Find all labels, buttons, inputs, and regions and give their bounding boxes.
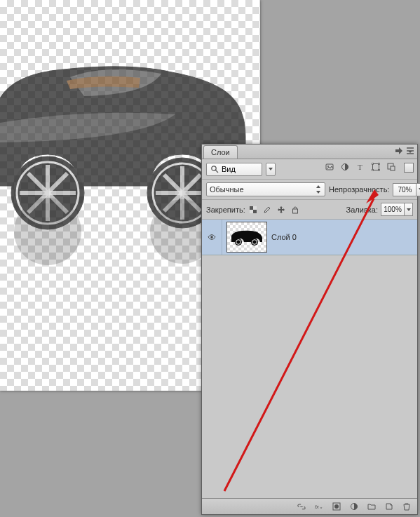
blend-mode-value: Обычные bbox=[210, 185, 244, 194]
fill-value[interactable]: 100% bbox=[381, 203, 404, 216]
svg-text:fx: fx bbox=[315, 504, 319, 510]
svg-point-32 bbox=[210, 236, 212, 238]
filter-row: T bbox=[202, 159, 417, 180]
lock-label: Закрепить: bbox=[206, 206, 245, 214]
blend-opacity-row: Обычные Непрозрачность: 70% bbox=[202, 180, 417, 200]
filter-type-select[interactable] bbox=[206, 163, 262, 176]
lock-paint-icon[interactable] bbox=[262, 205, 273, 214]
adjustment-layer-icon[interactable] bbox=[348, 502, 359, 512]
layer-row[interactable]: Слой 0 bbox=[202, 220, 417, 255]
visibility-toggle[interactable] bbox=[202, 220, 222, 255]
fill-field[interactable]: 100% bbox=[381, 203, 413, 216]
svg-rect-28 bbox=[253, 210, 257, 213]
lock-all-icon[interactable] bbox=[290, 205, 301, 214]
svg-rect-21 bbox=[372, 163, 373, 164]
svg-rect-24 bbox=[378, 169, 379, 170]
new-layer-icon[interactable] bbox=[384, 502, 394, 512]
layer-name[interactable]: Слой 0 bbox=[271, 233, 297, 241]
blend-mode-select[interactable]: Обычные bbox=[206, 182, 325, 196]
shape-icon[interactable] bbox=[370, 161, 381, 172]
eye-icon bbox=[207, 232, 217, 242]
collapse-icon[interactable] bbox=[394, 146, 404, 156]
svg-point-14 bbox=[212, 166, 216, 170]
filter-type-value[interactable] bbox=[219, 164, 250, 175]
lock-transparency-icon[interactable] bbox=[248, 205, 259, 214]
opacity-field[interactable]: 70% bbox=[393, 183, 420, 196]
filter-toggle-button[interactable] bbox=[404, 163, 414, 173]
svg-rect-22 bbox=[378, 163, 379, 164]
svg-rect-27 bbox=[250, 206, 253, 210]
search-icon bbox=[210, 164, 219, 174]
svg-point-12 bbox=[14, 198, 81, 265]
type-icon[interactable]: T bbox=[355, 161, 365, 172]
lock-move-icon[interactable] bbox=[276, 205, 287, 214]
link-icon[interactable] bbox=[296, 502, 306, 512]
group-icon[interactable] bbox=[366, 502, 377, 512]
mask-icon[interactable] bbox=[331, 502, 341, 512]
adjustment-icon[interactable] bbox=[339, 161, 350, 172]
updown-arrows-icon bbox=[315, 184, 322, 194]
fill-label: Заливка: bbox=[346, 206, 378, 214]
opacity-label: Непрозрачность: bbox=[329, 185, 389, 194]
svg-text:T: T bbox=[358, 163, 363, 171]
svg-rect-31 bbox=[293, 209, 298, 213]
svg-line-15 bbox=[216, 170, 218, 173]
opacity-value[interactable]: 70% bbox=[393, 183, 416, 196]
smartobject-icon[interactable] bbox=[386, 161, 396, 172]
panel-menu-icon[interactable] bbox=[405, 146, 415, 156]
tab-layers[interactable]: Слои bbox=[203, 145, 238, 159]
pixel-filter-icon[interactable] bbox=[324, 161, 334, 172]
fx-icon[interactable]: fx bbox=[313, 502, 324, 512]
opacity-dropdown-icon[interactable] bbox=[416, 183, 420, 196]
layer-list[interactable]: Слой 0 bbox=[202, 220, 417, 493]
trash-icon[interactable] bbox=[401, 502, 412, 512]
panel-tabbar: Слои bbox=[202, 145, 417, 159]
svg-rect-23 bbox=[372, 169, 373, 170]
layers-panel: Слои T Обычные bbox=[201, 144, 418, 515]
filter-dropdown-icon[interactable] bbox=[266, 163, 276, 176]
fill-dropdown-icon[interactable] bbox=[404, 203, 413, 216]
svg-rect-26 bbox=[391, 166, 395, 170]
panel-footer: fx bbox=[202, 498, 417, 514]
svg-point-39 bbox=[334, 504, 339, 509]
lock-fill-row: Закрепить: Заливка: 100% bbox=[202, 200, 417, 220]
svg-rect-29 bbox=[253, 206, 257, 210]
svg-rect-30 bbox=[250, 210, 253, 213]
layer-thumbnail[interactable] bbox=[226, 222, 267, 253]
